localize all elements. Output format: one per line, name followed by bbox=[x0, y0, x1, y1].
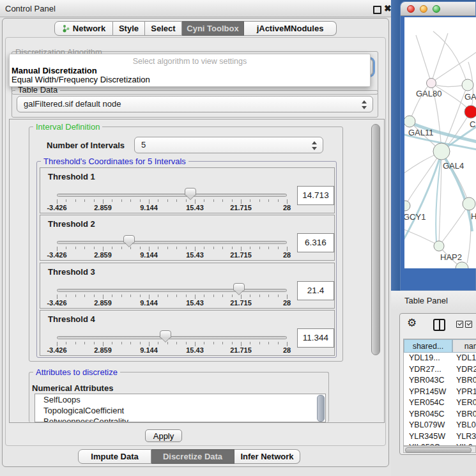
threshold-slider-track[interactable] bbox=[57, 289, 287, 292]
minimize-button[interactable] bbox=[420, 5, 427, 13]
tab-impute-data[interactable]: Impute Data bbox=[78, 449, 151, 464]
threshold-value-input[interactable]: 11.344 bbox=[297, 328, 334, 348]
tick-mark bbox=[195, 247, 196, 251]
network-view-canvas[interactable]: GAL80GACGAL11GAL4GCY1HHAP2 bbox=[404, 17, 476, 268]
scrollbar-thumb[interactable] bbox=[405, 447, 472, 453]
threshold-value-input[interactable]: 21.4 bbox=[297, 281, 334, 300]
table-row[interactable]: YDL19...YDL1 bbox=[404, 353, 476, 364]
close-icon[interactable]: ✖ bbox=[384, 3, 392, 13]
table-row[interactable]: YBR045CYBR0 bbox=[404, 409, 476, 420]
checkbox-icon[interactable] bbox=[465, 321, 472, 328]
node-c[interactable] bbox=[464, 105, 476, 118]
node-label: C bbox=[470, 119, 475, 129]
tick-mark bbox=[213, 199, 214, 202]
tab-discretize-data[interactable]: Discretize Data bbox=[151, 449, 234, 464]
tick-mark bbox=[57, 199, 58, 204]
tick-mark bbox=[204, 199, 204, 202]
dropdown-placeholder-item[interactable]: Select algorithm to view settings bbox=[10, 57, 370, 66]
edge bbox=[405, 151, 441, 206]
table-row[interactable]: YBL079WYBL0 bbox=[404, 420, 476, 431]
column-header-name[interactable]: name bbox=[452, 339, 476, 353]
tick-mark bbox=[94, 247, 95, 249]
tab-jactivemnodules[interactable]: jActiveMNodules bbox=[244, 21, 337, 36]
tick-mark bbox=[204, 342, 204, 344]
number-of-intervals-label: Number of Intervals bbox=[47, 141, 125, 150]
table-row[interactable]: YER054CYER0 bbox=[404, 397, 476, 409]
table-cell: YBR043C bbox=[409, 375, 454, 387]
table-row[interactable]: YPR145WYPR1 bbox=[404, 387, 476, 398]
table-cell: YDR2 bbox=[456, 364, 476, 376]
split-columns-icon[interactable] bbox=[433, 319, 445, 331]
tick-label: 15.43 bbox=[176, 299, 214, 307]
threshold-box-1: Threshold 1-3.4262.8599.14415.4321.71528… bbox=[40, 167, 335, 213]
zoom-button[interactable] bbox=[433, 5, 440, 13]
horizontal-scrollbar[interactable] bbox=[403, 446, 476, 453]
tick-mark bbox=[195, 295, 196, 299]
tab-cyni-toolbox[interactable]: Cyni Toolbox bbox=[182, 21, 244, 36]
tick-mark bbox=[222, 295, 223, 297]
tab-label: Impute Data bbox=[91, 452, 138, 461]
tick-mark bbox=[103, 199, 104, 204]
node-gal4[interactable] bbox=[433, 143, 450, 160]
tab-select[interactable]: Select bbox=[145, 21, 182, 36]
table-cell: YBR0 bbox=[456, 409, 476, 420]
table-row[interactable]: YDR27...YDR2 bbox=[404, 364, 476, 376]
threshold-slider-track[interactable] bbox=[57, 194, 287, 197]
node-partial[interactable] bbox=[456, 262, 468, 268]
column-header-shared-[interactable]: shared... bbox=[404, 339, 452, 353]
combo-stepper-icon bbox=[312, 141, 317, 151]
node-gcy1[interactable] bbox=[404, 201, 410, 211]
tab-style[interactable]: Style bbox=[113, 21, 145, 36]
control-panel-titlebar bbox=[0, 0, 391, 17]
threshold-slider-thumb[interactable] bbox=[233, 283, 245, 291]
list-item-betweennesscentrality[interactable]: BetweennessCentrality bbox=[35, 416, 325, 422]
tick-mark bbox=[250, 295, 250, 297]
table-cell: YLR3 bbox=[456, 431, 476, 443]
threshold-slider-thumb[interactable] bbox=[160, 330, 171, 338]
node-hap2[interactable] bbox=[434, 241, 444, 251]
tick-mark bbox=[57, 295, 58, 299]
tick-label: 9.144 bbox=[130, 251, 168, 259]
tab-infer-network[interactable]: Infer Network bbox=[234, 449, 300, 464]
vertical-scrollbar[interactable] bbox=[371, 124, 380, 355]
close-button[interactable] bbox=[407, 5, 415, 13]
threshold-slider-thumb[interactable] bbox=[123, 235, 135, 243]
threshold-slider-track[interactable] bbox=[57, 241, 287, 244]
checkbox-icon[interactable] bbox=[456, 321, 463, 328]
node-h[interactable] bbox=[463, 197, 475, 210]
list-item-selfloops[interactable]: SelfLoops bbox=[35, 394, 325, 405]
interval-definition-group-title: Interval Definition bbox=[33, 123, 102, 131]
tab-network[interactable]: Network bbox=[54, 21, 113, 36]
node-ga[interactable] bbox=[462, 79, 473, 91]
tick-mark bbox=[268, 295, 269, 297]
float-window-icon[interactable] bbox=[373, 6, 381, 14]
threshold-slider-track[interactable] bbox=[57, 336, 287, 339]
combo-stepper-icon bbox=[362, 100, 367, 110]
tick-mark bbox=[241, 247, 242, 251]
table-row[interactable]: YLR345WYLR3 bbox=[404, 431, 476, 443]
threshold-value-input[interactable]: 14.713 bbox=[297, 186, 334, 205]
node-gal11[interactable] bbox=[404, 116, 415, 127]
node-gal80[interactable] bbox=[427, 79, 436, 88]
edge bbox=[416, 35, 431, 83]
table-data-combobox[interactable]: galFiltered.sif default node bbox=[17, 96, 373, 112]
threshold-slider-thumb[interactable] bbox=[185, 188, 196, 196]
tick-mark bbox=[84, 295, 85, 297]
table-cell: YDL19... bbox=[409, 353, 454, 364]
tick-mark bbox=[121, 295, 122, 297]
tick-mark bbox=[186, 342, 187, 344]
tick-label: 15.43 bbox=[176, 204, 214, 211]
tick-mark bbox=[167, 199, 168, 202]
tick-label: 2.859 bbox=[84, 251, 122, 259]
table-row[interactable]: YBR043CYBR0 bbox=[404, 375, 476, 387]
tick-mark bbox=[278, 247, 279, 249]
number-of-intervals-combobox[interactable]: 5 bbox=[134, 137, 323, 153]
tick-mark bbox=[250, 199, 250, 202]
gear-icon[interactable]: ⚙ bbox=[407, 317, 417, 330]
dropdown-item-manual-discretization[interactable]: Manual Discretization bbox=[12, 66, 97, 75]
dropdown-item-equal-width-frequency-discretization[interactable]: Equal Width/Frequency Discretization bbox=[12, 75, 150, 84]
threshold-value-input[interactable]: 6.316 bbox=[297, 233, 334, 252]
list-item-topologicalcoefficient[interactable]: TopologicalCoefficient bbox=[35, 405, 325, 416]
apply-button[interactable]: Apply bbox=[145, 429, 182, 442]
list-scrollbar[interactable] bbox=[317, 395, 325, 422]
